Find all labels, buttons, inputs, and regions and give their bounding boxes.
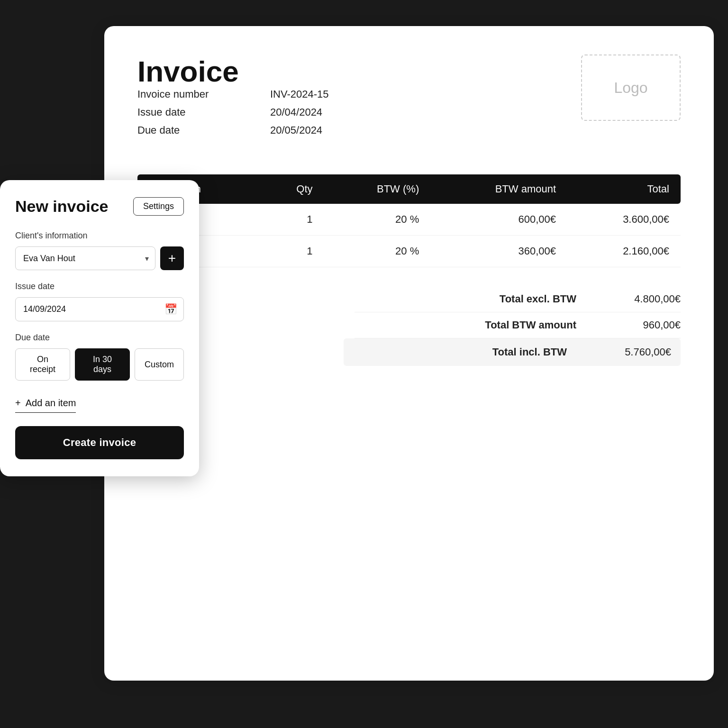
total-btw-amount-value: 960,00€	[614, 319, 681, 331]
panel-header: New invoice Settings	[15, 197, 184, 216]
logo-text: Logo	[614, 79, 647, 97]
panel-title: New invoice	[15, 197, 109, 216]
cell-qty: 1	[260, 204, 324, 236]
clients-section: Client's information Eva Van Hout ▾ +	[15, 231, 184, 270]
issue-date-label: Issue date	[15, 282, 184, 291]
total-excl-btw-row: Total excl. BTW 4.800,00€	[355, 286, 681, 312]
cell-btw-amount: 360,00€	[430, 236, 567, 267]
client-select-wrapper: Eva Van Hout ▾	[15, 246, 155, 270]
create-invoice-button[interactable]: Create invoice	[15, 426, 184, 459]
add-item-plus-icon: +	[15, 398, 21, 409]
due-on-receipt-button[interactable]: On receipt	[15, 348, 70, 381]
total-btw-amount-label: Total BTW amount	[485, 319, 576, 331]
total-excl-btw-label: Total excl. BTW	[500, 293, 576, 305]
settings-button[interactable]: Settings	[133, 197, 184, 216]
issue-date-value: 20/04/2024	[270, 106, 322, 118]
add-client-button[interactable]: +	[160, 246, 184, 270]
add-item-label: Add an item	[26, 398, 76, 409]
col-qty: Qty	[260, 174, 324, 204]
calendar-icon[interactable]: 📅	[164, 303, 177, 316]
cell-total: 3.600,00€	[567, 204, 681, 236]
client-select[interactable]: Eva Van Hout	[15, 246, 155, 270]
meta-row-due: Due date 20/05/2024	[137, 124, 329, 136]
due-date-value: 20/05/2024	[270, 124, 322, 136]
issue-date-wrapper: 📅	[15, 297, 184, 321]
col-btw-amount: BTW amount	[430, 174, 567, 204]
due-date-label: Due date	[137, 124, 242, 136]
due-date-label: Due date	[15, 333, 184, 343]
col-total: Total	[567, 174, 681, 204]
due-custom-button[interactable]: Custom	[135, 348, 184, 381]
issue-date-input[interactable]	[15, 297, 184, 321]
col-btw-pct: BTW (%)	[324, 174, 431, 204]
totals-section: Total excl. BTW 4.800,00€ Total BTW amou…	[137, 286, 681, 366]
total-btw-amount-row: Total BTW amount 960,00€	[355, 312, 681, 338]
table-header-row: Description Qty BTW (%) BTW amount Total	[137, 174, 681, 204]
table-row: 1 20 % 600,00€ 3.600,00€	[137, 204, 681, 236]
invoice-table: Description Qty BTW (%) BTW amount Total…	[137, 174, 681, 267]
add-item-button[interactable]: + Add an item	[15, 394, 76, 413]
total-incl-btw-row: Total incl. BTW 5.760,00€	[344, 338, 681, 366]
meta-row-number: Invoice number INV-2024-15	[137, 88, 329, 100]
due-30-days-button[interactable]: In 30 days	[75, 348, 130, 381]
invoice-meta: Invoice number INV-2024-15 Issue date 20…	[137, 88, 329, 136]
total-incl-btw-value: 5.760,00€	[605, 346, 671, 358]
total-incl-btw-label: Total incl. BTW	[492, 346, 567, 358]
issue-date-section: Issue date 📅	[15, 282, 184, 321]
invoice-header: Invoice Invoice number INV-2024-15 Issue…	[137, 55, 681, 155]
total-excl-btw-value: 4.800,00€	[614, 293, 681, 305]
client-row: Eva Van Hout ▾ +	[15, 246, 184, 270]
cell-btw-amount: 600,00€	[430, 204, 567, 236]
invoice-number-label: Invoice number	[137, 88, 242, 100]
cell-qty: 1	[260, 236, 324, 267]
cell-btw-pct: 20 %	[324, 236, 431, 267]
logo-placeholder: Logo	[581, 55, 681, 121]
cell-total: 2.160,00€	[567, 236, 681, 267]
meta-row-issue: Issue date 20/04/2024	[137, 106, 329, 118]
invoice-number-value: INV-2024-15	[270, 88, 329, 100]
table-row: 1 20 % 360,00€ 2.160,00€	[137, 236, 681, 267]
new-invoice-panel: New invoice Settings Client's informatio…	[0, 180, 199, 476]
issue-date-label: Issue date	[137, 106, 242, 118]
due-date-section: Due date On receipt In 30 days Custom	[15, 333, 184, 381]
cell-btw-pct: 20 %	[324, 204, 431, 236]
due-date-options: On receipt In 30 days Custom	[15, 348, 184, 381]
invoice-title: Invoice	[137, 55, 329, 88]
clients-label: Client's information	[15, 231, 184, 241]
